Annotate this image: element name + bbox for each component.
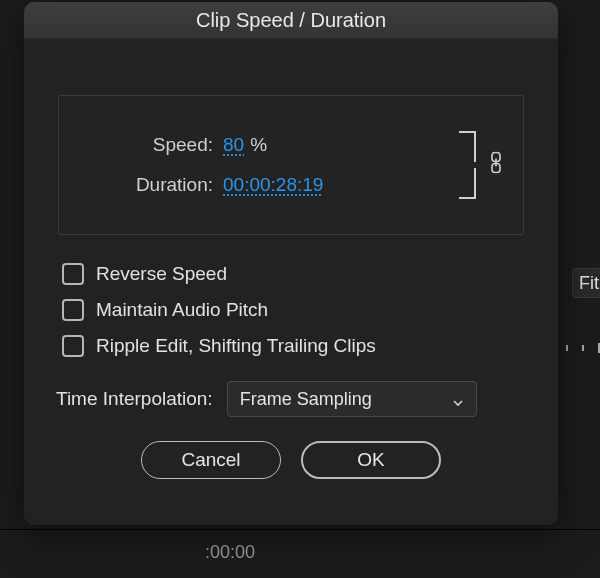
- maintain-audio-pitch-checkbox[interactable]: Maintain Audio Pitch: [62, 299, 520, 321]
- tick-mark: [582, 345, 584, 351]
- speed-duration-labels: Speed: 80 % Duration: 00:00:28:19: [85, 134, 447, 196]
- fit-label: Fit: [579, 273, 599, 294]
- reverse-speed-checkbox[interactable]: Reverse Speed: [62, 263, 520, 285]
- duration-row: Duration: 00:00:28:19: [85, 174, 447, 196]
- reverse-speed-label: Reverse Speed: [96, 263, 227, 285]
- checkbox-box: [62, 263, 84, 285]
- checkbox-box: [62, 299, 84, 321]
- duration-label: Duration:: [85, 174, 223, 196]
- clip-speed-dialog: Clip Speed / Duration Speed: 80 % Durati…: [24, 2, 558, 525]
- ok-button-label: OK: [357, 449, 384, 471]
- speed-duration-group: Speed: 80 % Duration: 00:00:28:19: [58, 95, 524, 235]
- time-interpolation-label: Time Interpolation:: [56, 388, 213, 410]
- speed-row: Speed: 80 %: [85, 134, 447, 156]
- ok-button[interactable]: OK: [301, 441, 441, 479]
- time-interpolation-value: Frame Sampling: [240, 389, 372, 410]
- duration-value[interactable]: 00:00:28:19: [223, 174, 323, 196]
- bg-divider: [0, 529, 600, 530]
- maintain-audio-pitch-label: Maintain Audio Pitch: [96, 299, 268, 321]
- ripple-edit-checkbox[interactable]: Ripple Edit, Shifting Trailing Clips: [62, 335, 520, 357]
- ripple-edit-label: Ripple Edit, Shifting Trailing Clips: [96, 335, 376, 357]
- tick-mark: [566, 345, 568, 351]
- options-group: Reverse Speed Maintain Audio Pitch Rippl…: [50, 263, 532, 357]
- speed-value[interactable]: 80: [223, 134, 244, 156]
- fit-dropdown[interactable]: Fit: [572, 268, 600, 298]
- dialog-title: Clip Speed / Duration: [196, 9, 386, 32]
- dialog-titlebar[interactable]: Clip Speed / Duration: [24, 2, 558, 39]
- dialog-content: Speed: 80 % Duration: 00:00:28:19: [24, 39, 558, 525]
- dialog-buttons: Cancel OK: [50, 417, 532, 507]
- time-interpolation-select[interactable]: Frame Sampling: [227, 381, 477, 417]
- cancel-button[interactable]: Cancel: [141, 441, 281, 479]
- speed-suffix: %: [250, 134, 267, 156]
- link-bracket-icon: [457, 130, 481, 200]
- time-interpolation-row: Time Interpolation: Frame Sampling: [50, 381, 532, 417]
- speed-duration-link[interactable]: [457, 130, 497, 200]
- cancel-button-label: Cancel: [181, 449, 240, 471]
- link-chain-icon: [489, 152, 503, 179]
- timeline-timecode: :00:00: [205, 542, 255, 563]
- checkbox-box: [62, 335, 84, 357]
- chevron-down-icon: [452, 393, 464, 405]
- speed-label: Speed:: [85, 134, 223, 156]
